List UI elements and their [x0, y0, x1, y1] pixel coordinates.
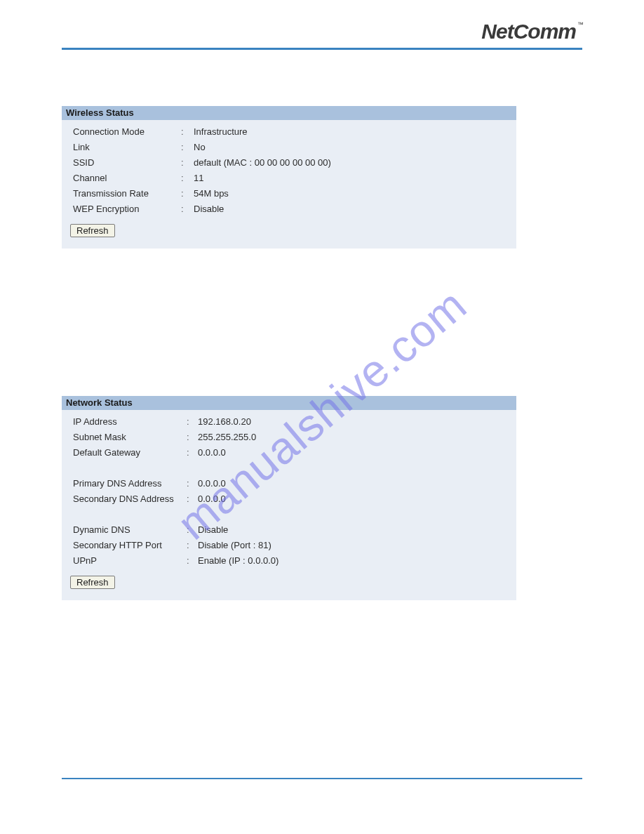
refresh-button[interactable]: Refresh [70, 224, 115, 237]
table-row: UPnP : Enable (IP : 0.0.0.0) [67, 553, 514, 569]
table-row: Secondary DNS Address : 0.0.0.0 [67, 491, 514, 507]
row-value: Enable (IP : 0.0.0.0) [198, 553, 514, 569]
row-value: 0.0.0.0 [198, 476, 514, 491]
row-colon: : [187, 522, 198, 538]
row-value: 0.0.0.0 [198, 491, 514, 507]
table-row: WEP Encryption : Disable [67, 201, 514, 217]
row-label: IP Address [67, 414, 187, 430]
row-label: Secondary HTTP Port [67, 538, 187, 553]
wireless-status-body: Connection Mode : Infrastructure Link : … [62, 120, 516, 249]
table-row: SSID : default (MAC : 00 00 00 00 00 00) [67, 155, 514, 171]
row-value: Disable [198, 522, 514, 538]
row-value: 0.0.0.0 [198, 445, 514, 461]
row-colon: : [187, 414, 198, 430]
table-row: Default Gateway : 0.0.0.0 [67, 445, 514, 461]
wireless-status-title: Wireless Status [62, 106, 516, 120]
brand-tm: ™ [577, 21, 584, 28]
row-colon: : [181, 140, 194, 155]
row-label: Connection Mode [67, 124, 181, 140]
network-status-panel: Network Status IP Address : 192.168.0.20… [62, 396, 516, 600]
table-row: Dynamic DNS : Disable [67, 522, 514, 538]
row-label: Secondary DNS Address [67, 491, 187, 507]
row-label: Channel [67, 171, 181, 186]
row-label: WEP Encryption [67, 201, 181, 217]
brand-name: NetComm [481, 20, 576, 43]
network-status-title: Network Status [62, 396, 516, 410]
row-value: Disable [194, 201, 514, 217]
table-row: Link : No [67, 140, 514, 155]
row-label: Subnet Mask [67, 430, 187, 445]
table-row: Subnet Mask : 255.255.255.0 [67, 430, 514, 445]
row-colon: : [181, 186, 194, 201]
row-label: Default Gateway [67, 445, 187, 461]
row-colon: : [187, 430, 198, 445]
row-colon: : [181, 155, 194, 171]
row-colon: : [187, 445, 198, 461]
page-header: NetComm™ [62, 20, 582, 48]
row-label: Primary DNS Address [67, 476, 187, 491]
row-value: 11 [194, 171, 514, 186]
row-label: SSID [67, 155, 181, 171]
row-label: Transmission Rate [67, 186, 181, 201]
footer-rule [62, 778, 582, 779]
row-value: 54M bps [194, 186, 514, 201]
table-row: Primary DNS Address : 0.0.0.0 [67, 476, 514, 491]
row-label: Link [67, 140, 181, 155]
row-colon: : [187, 476, 198, 491]
row-label: UPnP [67, 553, 187, 569]
wireless-status-panel: Wireless Status Connection Mode : Infras… [62, 106, 516, 249]
row-colon: : [187, 538, 198, 553]
row-value: Disable (Port : 81) [198, 538, 514, 553]
row-value: No [194, 140, 514, 155]
row-colon: : [187, 491, 198, 507]
refresh-button[interactable]: Refresh [70, 576, 115, 589]
table-row: Transmission Rate : 54M bps [67, 186, 514, 201]
brand-logo: NetComm™ [481, 20, 582, 44]
table-row: Channel : 11 [67, 171, 514, 186]
row-value: 192.168.0.20 [198, 414, 514, 430]
row-colon: : [181, 124, 194, 140]
row-colon: : [181, 171, 194, 186]
table-row: Connection Mode : Infrastructure [67, 124, 514, 140]
row-value: default (MAC : 00 00 00 00 00 00) [194, 155, 514, 171]
header-rule [62, 48, 582, 50]
row-value: 255.255.255.0 [198, 430, 514, 445]
row-spacer [67, 461, 514, 476]
row-value: Infrastructure [194, 124, 514, 140]
table-row: Secondary HTTP Port : Disable (Port : 81… [67, 538, 514, 553]
network-status-body: IP Address : 192.168.0.20 Subnet Mask : … [62, 410, 516, 600]
table-row: IP Address : 192.168.0.20 [67, 414, 514, 430]
row-colon: : [187, 553, 198, 569]
row-label: Dynamic DNS [67, 522, 187, 538]
row-colon: : [181, 201, 194, 217]
row-spacer [67, 507, 514, 522]
